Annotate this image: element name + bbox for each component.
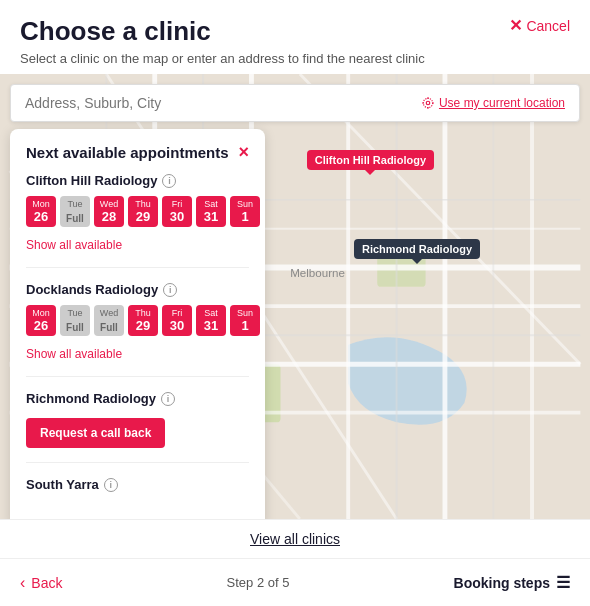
slot-sat-31[interactable]: Sat31 — [196, 196, 226, 227]
map-area: Melbourne Use my current location Clifto… — [0, 74, 590, 519]
panel-title: Next available appointments — [26, 144, 229, 161]
richmond-pin-label: Richmond Radiology — [362, 243, 472, 255]
clifton-hill-info-icon[interactable]: i — [162, 174, 176, 188]
clinic-section-richmond: Richmond Radiology i Request a call back — [26, 391, 249, 463]
address-bar: Use my current location — [10, 84, 580, 122]
dock-slot-sun-1[interactable]: Sun1 — [230, 305, 260, 336]
step-indicator: Step 2 of 5 — [227, 575, 290, 590]
hamburger-icon: ☰ — [556, 573, 570, 592]
docklands-show-all-button[interactable]: Show all available — [26, 347, 122, 361]
dock-slot-tue-full: TueFull — [60, 305, 90, 336]
back-button[interactable]: ‹ Back — [20, 574, 62, 592]
back-label: Back — [31, 575, 62, 591]
page-container: ✕ Cancel Choose a clinic Select a clinic… — [0, 0, 590, 606]
map-background: Melbourne Use my current location Clifto… — [0, 74, 590, 519]
clinic-section-south-yarra: South Yarra i — [26, 477, 249, 514]
address-input[interactable] — [25, 95, 421, 111]
panel-header: Next available appointments × — [26, 143, 249, 161]
slot-fri-30[interactable]: Fri30 — [162, 196, 192, 227]
dock-slot-sat-31[interactable]: Sat31 — [196, 305, 226, 336]
cancel-button[interactable]: ✕ Cancel — [509, 16, 570, 35]
clinic-name-richmond: Richmond Radiology i — [26, 391, 249, 406]
footer: ‹ Back Step 2 of 5 Booking steps ☰ — [0, 558, 590, 606]
cancel-label: Cancel — [526, 18, 570, 34]
dock-slot-mon-26[interactable]: Mon26 — [26, 305, 56, 336]
clifton-hill-name-text: Clifton Hill Radiology — [26, 173, 157, 188]
clinic-name-clifton-hill: Clifton Hill Radiology i — [26, 173, 249, 188]
back-chevron-icon: ‹ — [20, 574, 25, 592]
richmond-name-text: Richmond Radiology — [26, 391, 156, 406]
booking-steps-button[interactable]: Booking steps ☰ — [454, 573, 570, 592]
svg-point-24 — [426, 101, 430, 105]
slot-mon-26[interactable]: Mon26 — [26, 196, 56, 227]
use-location-label: Use my current location — [439, 96, 565, 110]
dock-slot-fri-30[interactable]: Fri30 — [162, 305, 192, 336]
clinic-section-docklands: Docklands Radiology i Mon26 TueFull WedF… — [26, 282, 249, 377]
docklands-day-slots: Mon26 TueFull WedFull Thu29 Fri30 Sat31 … — [26, 305, 249, 336]
booking-steps-label: Booking steps — [454, 575, 550, 591]
header: ✕ Cancel Choose a clinic Select a clinic… — [0, 0, 590, 74]
slot-thu-29[interactable]: Thu29 — [128, 196, 158, 227]
clinic-section-clifton-hill: Clifton Hill Radiology i Mon26 TueFull W… — [26, 173, 249, 268]
slot-wed-28[interactable]: Wed28 — [94, 196, 124, 227]
appointments-panel: Next available appointments × Clifton Hi… — [10, 129, 265, 519]
docklands-info-icon[interactable]: i — [163, 283, 177, 297]
slot-tue-full: TueFull — [60, 196, 90, 227]
panel-close-button[interactable]: × — [238, 143, 249, 161]
clinic-name-docklands: Docklands Radiology i — [26, 282, 249, 297]
svg-text:Melbourne: Melbourne — [290, 266, 345, 279]
clifton-hill-day-slots: Mon26 TueFull Wed28 Thu29 Fri30 Sat31 Su… — [26, 196, 249, 227]
clifton-hill-show-all-button[interactable]: Show all available — [26, 238, 122, 252]
use-my-location-button[interactable]: Use my current location — [421, 96, 565, 110]
dock-slot-thu-29[interactable]: Thu29 — [128, 305, 158, 336]
richmond-map-pin[interactable]: Richmond Radiology — [354, 239, 480, 259]
request-callback-button[interactable]: Request a call back — [26, 418, 165, 448]
richmond-info-icon[interactable]: i — [161, 392, 175, 406]
page-subtitle: Select a clinic on the map or enter an a… — [20, 51, 570, 66]
clifton-hill-map-pin[interactable]: Clifton Hill Radiology — [307, 150, 434, 170]
south-yarra-name-text: South Yarra — [26, 477, 99, 492]
page-title: Choose a clinic — [20, 16, 570, 47]
clifton-hill-pin-label: Clifton Hill Radiology — [315, 154, 426, 166]
location-icon — [421, 96, 435, 110]
slot-sun-1[interactable]: Sun1 — [230, 196, 260, 227]
docklands-name-text: Docklands Radiology — [26, 282, 158, 297]
view-all-clinics-button[interactable]: View all clinics — [250, 531, 340, 547]
clinic-name-south-yarra: South Yarra i — [26, 477, 249, 492]
close-icon: ✕ — [509, 16, 522, 35]
south-yarra-info-icon[interactable]: i — [104, 478, 118, 492]
dock-slot-wed-full: WedFull — [94, 305, 124, 336]
view-all-clinics-bar: View all clinics — [0, 519, 590, 558]
svg-point-25 — [423, 98, 432, 107]
